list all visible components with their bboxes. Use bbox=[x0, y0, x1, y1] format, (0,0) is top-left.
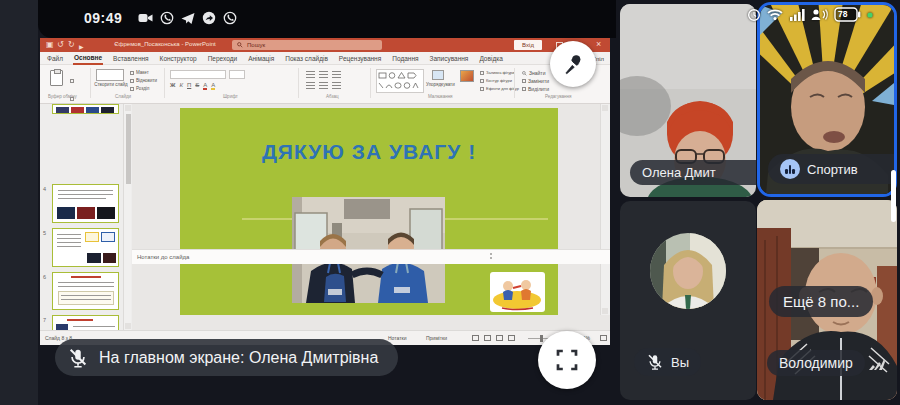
group-font-label: Шрифт bbox=[223, 94, 238, 99]
notes-strip[interactable]: Нотатки до слайда bbox=[132, 249, 610, 264]
shape-fill-button[interactable]: Заливка фігури bbox=[480, 70, 515, 75]
font-name-box[interactable] bbox=[170, 70, 226, 79]
shape-outline-button[interactable]: Контур фігури bbox=[480, 78, 512, 83]
replace-button[interactable]: Замінити bbox=[522, 78, 549, 84]
font-style-buttons[interactable]: Ж К П S А А bbox=[170, 82, 215, 90]
tab-home[interactable]: Основне bbox=[73, 52, 103, 65]
signin-button[interactable]: Вхід bbox=[514, 40, 542, 50]
highlight-button[interactable]: А bbox=[211, 82, 215, 90]
select-button[interactable]: Виділити bbox=[522, 86, 549, 92]
redo-icon[interactable]: ↻ bbox=[68, 39, 75, 51]
layout-button[interactable]: Макет bbox=[130, 70, 149, 75]
view-reading-icon[interactable] bbox=[496, 335, 503, 341]
paragraph-icons-row1[interactable] bbox=[306, 71, 341, 78]
tab-insert[interactable]: Вставлення bbox=[112, 53, 150, 64]
thumbnail-slide3-partial[interactable] bbox=[52, 104, 119, 114]
scroll-down-arrow[interactable] bbox=[125, 323, 131, 329]
arrange-icon bbox=[432, 70, 444, 80]
more-participants-pill[interactable]: Ещё 8 по... bbox=[769, 286, 873, 317]
tab-review[interactable]: Рецензування bbox=[338, 53, 382, 64]
avatar bbox=[650, 233, 726, 309]
status-time: 09:49 bbox=[84, 10, 122, 26]
participant-tile-olena[interactable]: Олена Дмит bbox=[620, 4, 756, 197]
camera-active-dot bbox=[867, 12, 873, 18]
notes-toggle[interactable]: Нотатки bbox=[388, 335, 406, 341]
tab-design[interactable]: Конструктор bbox=[159, 53, 198, 64]
view-sorter-icon[interactable] bbox=[484, 335, 491, 341]
thumbnail-slide5[interactable] bbox=[52, 228, 119, 267]
ppt-body: 4 5 6 bbox=[40, 104, 610, 330]
reset-button[interactable]: Відновити bbox=[130, 78, 157, 83]
whatsapp-icon bbox=[160, 11, 174, 25]
thumb-number: 6 bbox=[43, 274, 46, 280]
thumbnail-slide6[interactable] bbox=[52, 272, 119, 310]
ppt-logo-icon: ▣ bbox=[46, 39, 54, 51]
font-color-button[interactable]: А bbox=[203, 82, 207, 90]
undo-icon[interactable]: ↺ bbox=[57, 39, 64, 51]
group-editing-label: Редагування bbox=[545, 94, 571, 99]
ppt-ribbon: Буфер обміну Створити слайд Макет Віднов… bbox=[40, 65, 610, 104]
group-clipboard-label: Буфер обміну bbox=[48, 94, 77, 99]
view-normal-icon[interactable] bbox=[472, 335, 479, 341]
shapes-gallery[interactable] bbox=[376, 69, 424, 93]
current-slide[interactable]: ДЯКУЮ ЗА УВАГУ ! bbox=[180, 108, 558, 315]
participant-tile-sportyv-active-speaker[interactable]: Спортив bbox=[757, 2, 897, 197]
comments-toggle[interactable]: Примітки bbox=[426, 335, 447, 341]
zoom-knob[interactable] bbox=[540, 335, 543, 342]
new-slide-icon[interactable] bbox=[96, 69, 124, 81]
tab-transitions[interactable]: Переходи bbox=[207, 53, 238, 64]
notes-placeholder: Нотатки до слайда bbox=[137, 254, 189, 260]
battery-icon: 78 bbox=[834, 7, 861, 22]
tab-animations[interactable]: Анімація bbox=[247, 53, 275, 64]
find-button[interactable]: Знайти bbox=[522, 70, 545, 76]
view-slideshow-icon[interactable] bbox=[508, 335, 515, 341]
slide-canvas-area[interactable]: ДЯКУЮ ЗА УВАГУ ! bbox=[132, 104, 610, 315]
scroll-up-arrow[interactable] bbox=[125, 105, 131, 111]
new-slide-button[interactable]: Створити слайд bbox=[94, 83, 128, 88]
paste-icon[interactable] bbox=[50, 70, 63, 86]
statusbar-background bbox=[38, 0, 616, 38]
shared-screen-powerpoint[interactable]: ▣ ↺ ↻ ▶ Єфремов_Посаконська - PowerPoint… bbox=[40, 38, 610, 345]
participants-scrollbar[interactable] bbox=[891, 170, 896, 222]
paragraph-icons-row2[interactable] bbox=[306, 82, 341, 89]
slide-thumbnail-panel[interactable]: 4 5 6 bbox=[40, 104, 132, 330]
canvas-scrollbar[interactable] bbox=[600, 104, 610, 315]
participant-name: Вы bbox=[671, 355, 689, 370]
thumb-number: 5 bbox=[43, 230, 46, 236]
signal-bars-icon bbox=[790, 8, 805, 21]
ppt-search-box[interactable]: Пошук bbox=[232, 40, 382, 50]
tab-recording[interactable]: Записування bbox=[429, 53, 470, 64]
tab-help[interactable]: Довідка bbox=[478, 53, 503, 64]
pin-presentation-button[interactable] bbox=[550, 41, 596, 87]
main-screen-banner: На главном экране: Олена Дмитрівна bbox=[55, 339, 398, 376]
participant-tile-volodymyr[interactable]: Ещё 8 по... Володимир bbox=[757, 200, 897, 400]
participant-tile-you[interactable]: Вы bbox=[620, 201, 756, 400]
tab-file[interactable]: Файл bbox=[46, 53, 64, 64]
slide-title: ДЯКУЮ ЗА УВАГУ ! bbox=[180, 140, 558, 164]
fullscreen-icon bbox=[555, 348, 579, 372]
quick-styles-icon[interactable] bbox=[460, 70, 474, 82]
font-size-box[interactable] bbox=[229, 70, 245, 79]
section-button[interactable]: Розділ bbox=[130, 86, 149, 91]
name-pill-you: Вы bbox=[634, 348, 701, 376]
thumbnail-slide4[interactable] bbox=[52, 184, 119, 223]
window-close-icon[interactable]: × bbox=[596, 39, 601, 49]
name-pill-speaking: Спортив bbox=[768, 154, 897, 184]
viber-icon bbox=[223, 11, 237, 25]
thumb-number: 4 bbox=[43, 186, 46, 192]
mic-muted-icon bbox=[67, 347, 89, 369]
fit-to-window-icon[interactable] bbox=[600, 335, 607, 341]
telegram-icon bbox=[181, 12, 195, 25]
fullscreen-button[interactable] bbox=[538, 331, 596, 389]
arrange-button[interactable]: Упорядкувати bbox=[426, 82, 454, 87]
ppt-window-title: Єфремов_Посаконська - PowerPoint bbox=[100, 41, 230, 47]
notes-resize-handle[interactable] bbox=[490, 253, 492, 255]
tab-view[interactable]: Подання bbox=[391, 53, 419, 64]
canvas-scroll-down[interactable] bbox=[602, 308, 608, 314]
tab-slideshow[interactable]: Показ слайдів bbox=[284, 53, 329, 64]
thumbnail-scrollbar[interactable] bbox=[123, 104, 131, 330]
thumb-number: 7 bbox=[43, 317, 46, 323]
canvas-scroll-up[interactable] bbox=[602, 105, 608, 111]
videocam-icon bbox=[138, 12, 153, 24]
group-paragraph-label: Абзац bbox=[326, 94, 339, 99]
